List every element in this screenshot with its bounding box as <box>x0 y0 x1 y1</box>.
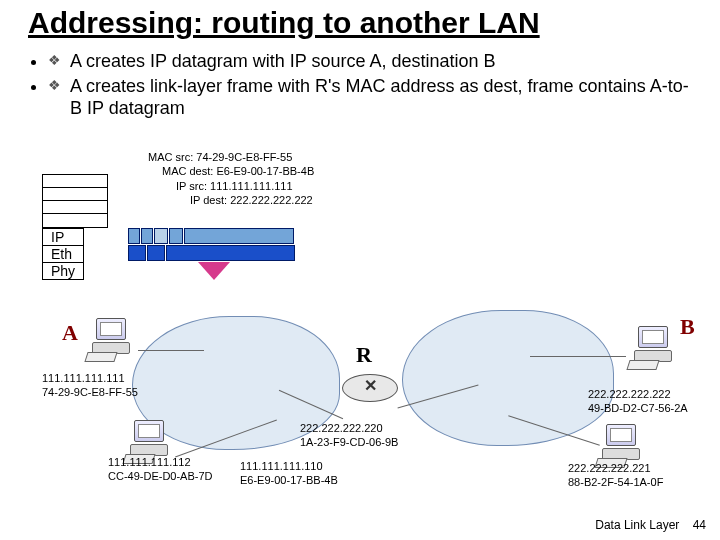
mac-address: 88-B2-2F-54-1A-0F <box>568 476 663 490</box>
bullet-list: A creates IP datagram with IP source A, … <box>48 50 696 120</box>
node-b-info: 222.222.222.222 49-BD-D2-C7-56-2A <box>588 388 688 416</box>
footer-label: Data Link Layer <box>595 518 679 532</box>
ip-address: 222.222.222.222 <box>588 388 688 402</box>
host-b-label: B <box>680 314 695 340</box>
mac-address: 1A-23-F9-CD-06-9B <box>300 436 398 450</box>
bullet-item: A creates link-layer frame with R's MAC … <box>48 75 696 120</box>
ip-address: 222.222.222.221 <box>568 462 663 476</box>
bullet-item: A creates IP datagram with IP source A, … <box>48 50 696 73</box>
mac-dest-label: MAC dest: E6-E9-00-17-BB-4B <box>148 164 314 178</box>
router-left-info: 111.111.111.110 E6-E9-00-17-BB-4B <box>240 460 338 488</box>
ip-dest-label: IP dest: 222.222.222.222 <box>148 193 314 207</box>
layer-stack: IP Eth Phy <box>42 228 84 280</box>
wire <box>530 356 626 357</box>
lan-cloud-right <box>402 310 614 446</box>
packet-callout: MAC src: 74-29-9C-E8-FF-55 MAC dest: E6-… <box>148 150 314 207</box>
router-label: R <box>356 342 372 368</box>
packet-diagram <box>128 228 296 262</box>
slide-title: Addressing: routing to another LAN <box>28 6 712 40</box>
wire <box>138 350 204 351</box>
mac-src-label: MAC src: 74-29-9C-E8-FF-55 <box>148 150 314 164</box>
router-icon <box>342 374 398 402</box>
computer-icon <box>124 420 176 460</box>
host-a-label: A <box>62 320 78 346</box>
layer-ip: IP <box>43 229 83 246</box>
page-number: 44 <box>693 518 706 532</box>
ip-address: 222.222.222.220 <box>300 422 398 436</box>
mac-address: CC-49-DE-D0-AB-7D <box>108 470 213 484</box>
ip-address: 111.111.111.110 <box>240 460 338 474</box>
mac-address: 49-BD-D2-C7-56-2A <box>588 402 688 416</box>
down-arrow-icon <box>198 262 230 280</box>
node-a-info: 111.111.111.111 74-29-9C-E8-FF-55 <box>42 372 138 400</box>
node-a2-info: 111.111.111.112 CC-49-DE-D0-AB-7D <box>108 456 213 484</box>
computer-icon <box>628 326 680 366</box>
router-right-info: 222.222.222.220 1A-23-F9-CD-06-9B <box>300 422 398 450</box>
layer-stack-empty <box>42 174 108 228</box>
node-b2-info: 222.222.222.221 88-B2-2F-54-1A-0F <box>568 462 663 490</box>
ip-src-label: IP src: 111.111.111.111 <box>148 179 314 193</box>
slide-footer: Data Link Layer 44 <box>595 518 706 532</box>
ip-address: 111.111.111.112 <box>108 456 213 470</box>
computer-icon <box>86 318 138 358</box>
mac-address: E6-E9-00-17-BB-4B <box>240 474 338 488</box>
ip-address: 111.111.111.111 <box>42 372 138 386</box>
computer-icon <box>596 424 648 464</box>
mac-address: 74-29-9C-E8-FF-55 <box>42 386 138 400</box>
layer-phy: Phy <box>43 263 83 279</box>
layer-eth: Eth <box>43 246 83 263</box>
